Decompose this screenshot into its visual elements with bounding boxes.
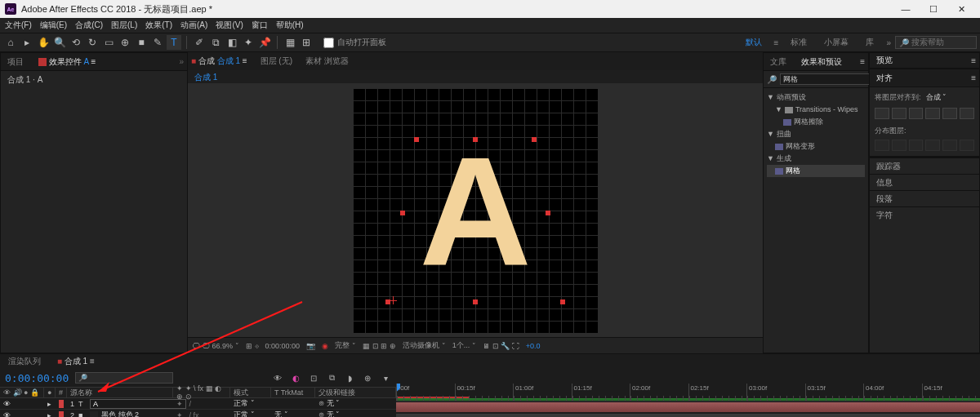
ws-more[interactable]: » [883,37,894,49]
collapsed-panel[interactable]: 信息 [870,174,979,190]
handle-top-right[interactable] [532,137,537,142]
tree-item[interactable]: ▼生成 [767,153,865,165]
mask-icon[interactable]: ◉ [322,342,328,350]
ws-default[interactable]: 默认 [737,35,770,50]
align-hcenter-icon[interactable] [892,108,906,119]
tree-item[interactable]: ▼动画预设 [767,91,865,104]
viewer-tab-layer[interactable]: 图层 (无) [261,55,292,67]
camera-dropdown[interactable]: 活动摄像机 ˅ [403,340,446,351]
home-tool[interactable]: ⌂ [3,35,18,50]
handle-top-center[interactable] [473,137,478,142]
roto-tool[interactable]: ✦ [241,35,256,50]
menu-edit[interactable]: 编辑(E) [40,20,67,31]
tab-preview[interactable]: 预览 [873,53,896,68]
view-opts[interactable]: 🖥 ⊡ 🔧 ⛶ [483,342,519,350]
tree-item[interactable]: 网格擦除 [767,116,865,128]
tree-item[interactable]: ▼扭曲 [767,128,865,140]
ws-standard[interactable]: 标准 [782,35,815,50]
moblur-icon[interactable]: ◗ [344,372,355,384]
align-bottom-icon[interactable] [960,108,974,119]
rotate-tool[interactable]: ↻ [85,35,100,50]
pen-tool[interactable]: ✎ [150,35,165,50]
resolution-dropdown[interactable]: 完整 ˅ [335,340,356,351]
layer-row[interactable]: 👁 ▸2■黑色 纯色 2✦ / fx正常 ˅无 ˅⊙ 无 ˅ [0,410,396,417]
comp-canvas[interactable]: A [353,88,598,333]
layer-row[interactable]: 👁 ▸1T✦ /正常 ˅⊙ 无 ˅ [0,398,396,410]
selection-tool[interactable]: ▸ [20,35,34,50]
tree-item[interactable]: ▼Transitions - Wipes [767,104,865,116]
grid-icon[interactable]: ▦ [283,35,297,50]
collapsed-panel[interactable]: 跟踪器 [870,157,979,174]
dist-5[interactable] [942,140,957,151]
menu-layer[interactable]: 图层(L) [111,20,137,31]
brainstorm-icon[interactable]: ⊕ [362,372,373,384]
clone-tool[interactable]: ⧉ [208,35,223,50]
dist-3[interactable] [909,140,924,151]
graph-icon[interactable]: ◐ [290,372,301,384]
zoom-dropdown[interactable]: 🖵 🖵 66.9% ˅ [193,342,239,350]
snapshot-icon[interactable]: 📷 [306,342,315,350]
dist-2[interactable] [892,140,906,151]
menu-anim[interactable]: 动画(A) [180,20,207,31]
tab-library[interactable]: 文库 [767,55,790,69]
breadcrumb[interactable]: 合成 1 [194,73,217,82]
ws-lib[interactable]: 库 [858,35,882,50]
dist-6[interactable] [960,140,974,151]
align-right-icon[interactable] [909,108,924,119]
menu-file[interactable]: 文件(F) [5,20,32,31]
viewer-tab-footage[interactable]: 素材 浏览器 [305,55,349,67]
close-button[interactable]: ✕ [947,0,975,18]
grid-toggle[interactable]: ▦ ⊡ ⊞ ⊕ [363,342,396,350]
align-vcenter-icon[interactable] [942,108,957,119]
menu-comp[interactable]: 合成(C) [75,20,103,31]
tab-fx-controls[interactable]: 效果控件 A ≡ [35,55,99,69]
menu-effect[interactable]: 效果(T) [145,20,172,31]
tab-align[interactable]: 对齐 [873,71,896,86]
dist-1[interactable] [875,140,889,151]
handle-mid-left[interactable] [400,211,405,215]
anchor-tool[interactable]: ⊕ [118,35,132,50]
effects-search-input[interactable] [780,73,878,85]
anchor-point-icon[interactable] [389,296,397,304]
maximize-button[interactable]: ☐ [920,0,947,18]
handle-bot-right[interactable] [560,299,565,304]
handle-top-left[interactable] [414,137,419,142]
res-toggle[interactable]: ⊞ ⟐ [246,342,259,350]
puppet-tool[interactable]: 📌 [257,35,272,50]
shy-icon[interactable]: 👁 [272,372,283,384]
draft3d-icon[interactable]: ⊡ [308,372,319,384]
align-target-dropdown[interactable]: 合成 ˅ [926,92,947,103]
align-top-icon[interactable] [925,108,940,119]
camera-tool[interactable]: ▭ [101,35,116,50]
minimize-button[interactable]: — [892,0,920,18]
eraser-tool[interactable]: ◧ [225,35,239,50]
collapsed-panel[interactable]: 段落 [870,190,979,206]
viewer-tab-comp[interactable]: ■ 合成 合成 1 ≡ [191,55,247,67]
handle-mid-right[interactable] [546,211,550,215]
effects-tree[interactable]: ▼动画预设▼Transitions - Wipes网格擦除▼扭曲网格变形▼生成网… [764,88,868,353]
align-left-icon[interactable] [875,108,889,119]
ws-default-chev[interactable]: ≡ [771,37,782,49]
tab-render-queue[interactable]: 渲染队列 [5,354,44,369]
orbit-tool[interactable]: ⟲ [69,35,83,50]
snap-icon[interactable]: ⊞ [299,35,314,50]
menu-help[interactable]: 帮助(H) [276,20,304,31]
dropdown-icon[interactable]: ▾ [380,372,391,384]
tab-effects-presets[interactable]: 效果和预设 [798,55,845,69]
timeline-search[interactable] [75,372,173,384]
composition-viewer[interactable]: A [188,83,763,337]
tab-project[interactable]: 项目 [4,55,27,69]
hand-tool[interactable]: ✋ [36,35,51,50]
zoom-tool[interactable]: 🔍 [52,35,67,50]
views-dropdown[interactable]: 1个... ˅ [452,340,477,351]
dist-4[interactable] [925,140,940,151]
menu-view[interactable]: 视图(V) [216,20,243,31]
ws-small[interactable]: 小屏幕 [816,35,857,50]
shape-tool[interactable]: ■ [134,35,149,50]
frame-blend-icon[interactable]: ⧉ [326,372,337,384]
tree-item[interactable]: 网格 [767,165,865,177]
brush-tool[interactable]: ✐ [192,35,207,50]
clip-layer-1[interactable] [396,402,980,412]
time-display[interactable]: 0:00:00:00 [265,342,301,350]
menu-window[interactable]: 窗口 [252,20,268,31]
